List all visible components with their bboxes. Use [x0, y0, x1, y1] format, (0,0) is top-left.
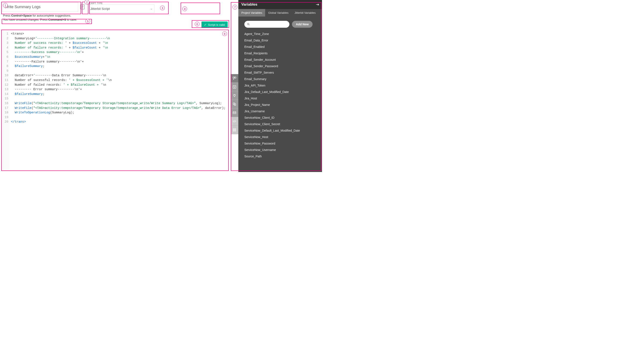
line-number: 10 [3, 73, 8, 78]
variable-search-input[interactable] [244, 21, 290, 28]
note-icon[interactable] [79, 4, 86, 10]
variable-item[interactable]: ServiceNow_Default_Last_Modified_Date [244, 127, 322, 134]
variable-item[interactable]: ServiceNow_Client_ID [244, 114, 322, 121]
side-icon-strip [230, 74, 238, 134]
line-number: 15 [3, 96, 8, 101]
variable-item[interactable]: Email_Data_Error [244, 37, 322, 44]
code-line[interactable] [11, 69, 226, 74]
code-line[interactable]: Number of failure records: ' + $failureC… [11, 46, 226, 50]
code-line[interactable] [11, 115, 226, 120]
script-type-label: SCRIPT TYPE [88, 2, 154, 5]
svg-rect-10 [233, 129, 234, 130]
svg-rect-12 [233, 130, 234, 131]
script-type-select[interactable]: Jitterbit Script ⌵ [88, 5, 154, 13]
code-line[interactable]: WriteFile("<TAG>activity:tempstorage/Tem… [11, 101, 226, 106]
code-line[interactable]: Number of sucessful records: ' + $succes… [11, 78, 226, 83]
code-line[interactable]: Number of failed records: ' + $failureCo… [11, 83, 226, 87]
variable-tab[interactable]: Project Variables [238, 9, 265, 17]
chevron-down-icon: ⌵ [150, 7, 152, 10]
variable-item[interactable]: ServiceNow_Password [244, 140, 322, 147]
line-number: 9 [3, 69, 8, 74]
line-number: 5 [3, 50, 8, 55]
annotation-num-6: 6 [195, 22, 200, 27]
script-valid-badge: ✓ Script is valid [202, 22, 228, 28]
script-name-input[interactable] [2, 2, 78, 12]
line-number: 8 [3, 64, 8, 69]
svg-rect-11 [235, 129, 236, 130]
variable-item[interactable]: ServiceNow_Client_Secret [244, 121, 322, 127]
variable-item[interactable]: Email_Sender_Account [244, 57, 322, 63]
svg-rect-5 [235, 77, 236, 78]
variable-item[interactable]: Jira_Username [244, 108, 322, 114]
code-line[interactable]: </trans> [11, 120, 226, 124]
line-number: 17 [3, 106, 8, 111]
line-number: 14 [3, 92, 8, 97]
line-number: 7 [3, 60, 8, 64]
code-line[interactable]: WriteFile("<TAG>activity:tempstorage/Tem… [11, 106, 226, 111]
line-number: 6 [3, 55, 8, 60]
side-icon-mail[interactable] [230, 108, 238, 117]
line-number: 1 [3, 32, 8, 36]
svg-line-15 [249, 25, 250, 25]
line-number: 12 [3, 83, 8, 87]
panel-title: Variables [241, 2, 258, 7]
code-line[interactable]: $failureSummary; [11, 64, 226, 69]
variable-item[interactable]: Email_Enabled [244, 44, 322, 50]
variable-item[interactable]: Email_Summary [244, 76, 322, 82]
line-number: 20 [3, 120, 8, 124]
code-line[interactable]: $failureSummary; [11, 92, 226, 97]
code-line[interactable]: $successSummary+'\n [11, 55, 226, 60]
line-number: 3 [3, 41, 8, 46]
variable-item[interactable]: ServiceNow_Host [244, 134, 322, 140]
script-type-value: Jitterbit Script [90, 7, 110, 11]
collapse-icon[interactable]: ⇥ [316, 2, 319, 7]
variable-item[interactable]: Email_Sender_Password [244, 63, 322, 69]
line-number: 11 [3, 78, 8, 83]
svg-rect-6 [233, 86, 236, 89]
variable-item[interactable]: Jira_Project_Name [244, 102, 322, 108]
code-line[interactable] [11, 96, 226, 101]
variable-item[interactable]: ServiceNow_Username [244, 147, 322, 153]
variable-item[interactable]: Jira_API_Token [244, 82, 322, 89]
line-number: 13 [3, 87, 8, 92]
code-line[interactable]: <trans> [11, 32, 226, 36]
code-line[interactable]: SummaryLog='---------Integration summary… [11, 36, 226, 41]
side-icon-copy[interactable] [230, 100, 238, 108]
line-number: 18 [3, 110, 8, 115]
code-line[interactable]: ---------Success summary---------\n'+ [11, 50, 226, 55]
code-line[interactable]: ---------Failure summary---------\n'+ [11, 60, 226, 64]
variable-item[interactable]: Email_SMTP_Servers [244, 69, 322, 76]
code-line[interactable]: dataError='---------Data Error Summary--… [11, 73, 226, 78]
side-icon-plug[interactable] [230, 91, 238, 100]
variable-item[interactable]: Jira_Host [244, 95, 322, 102]
side-icon-variables[interactable] [230, 74, 238, 83]
code-line[interactable]: WriteToOperationLog(SummaryLog); [11, 110, 226, 115]
variable-item[interactable]: Email_Recipients [244, 50, 322, 57]
side-icon-v[interactable] [230, 83, 238, 91]
variables-panel: Variables ⇥ Project VariablesGlobal Vari… [238, 0, 322, 172]
variable-tab[interactable]: Jitterbit Variables [292, 9, 319, 17]
variable-item[interactable]: Agent_Time_Zone [244, 31, 322, 37]
variable-item[interactable]: Source_Path [244, 153, 322, 160]
variable-tab[interactable]: Global Variables [265, 9, 291, 17]
line-number: 19 [3, 115, 8, 120]
line-number: 2 [3, 36, 8, 41]
code-line[interactable]: Number of success records: ' + $successC… [11, 41, 226, 46]
line-number: 4 [3, 46, 8, 50]
side-icon-grid[interactable] [230, 126, 238, 134]
svg-rect-13 [235, 130, 236, 131]
variable-item[interactable]: Jira_Default_Last_Modified_Date [244, 89, 322, 95]
svg-rect-4 [233, 77, 234, 78]
side-icon-code[interactable] [230, 117, 238, 126]
line-number: 16 [3, 101, 8, 106]
svg-point-14 [247, 23, 249, 25]
code-line[interactable]: --------- Error summary---------\n'+ [11, 87, 226, 92]
add-new-button[interactable]: Add New [292, 21, 312, 28]
check-icon: ✓ [204, 23, 206, 27]
code-editor[interactable]: 1234567891011121314151617181920 <trans> … [2, 30, 229, 170]
